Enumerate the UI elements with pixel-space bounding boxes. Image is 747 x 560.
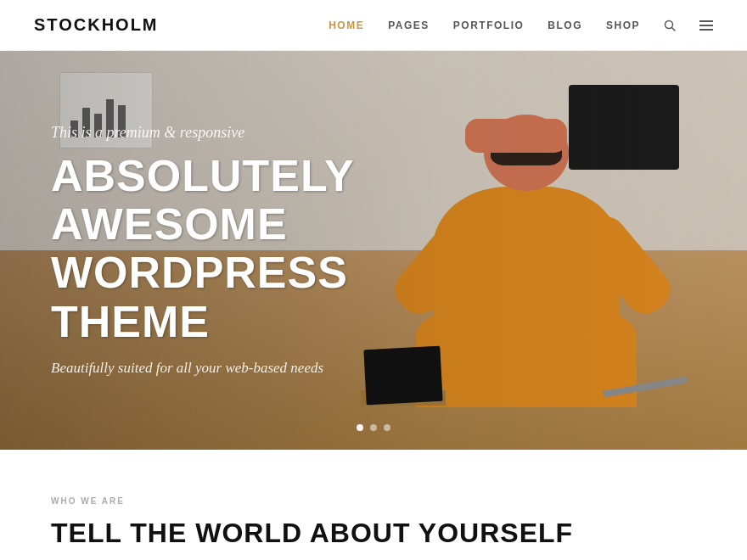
nav-item-blog[interactable]: BLOG xyxy=(548,20,582,31)
hero-title-line2: WORDPRESS THEME xyxy=(51,249,348,346)
hero-title: ABSOLUTELY AWESOME WORDPRESS THEME xyxy=(51,152,492,346)
hero-content: This is a premium & responsive ABSOLUTEL… xyxy=(51,124,492,377)
dot-1[interactable] xyxy=(357,424,363,431)
dot-3[interactable] xyxy=(384,424,390,431)
search-icon[interactable] xyxy=(664,20,676,31)
hero-section: This is a premium & responsive ABSOLUTEL… xyxy=(0,51,747,450)
section-title: TELL THE WORLD ABOUT YOURSELF xyxy=(51,518,696,549)
svg-line-1 xyxy=(672,27,676,31)
header: STOCKHOLM HOME PAGES PORTFOLIO BLOG SHOP xyxy=(0,0,747,51)
slider-dots xyxy=(357,424,390,431)
menu-icon[interactable] xyxy=(699,20,713,31)
nav-item-pages[interactable]: PAGES xyxy=(388,20,430,31)
nav-item-shop[interactable]: SHOP xyxy=(606,20,640,31)
site-logo[interactable]: STOCKHOLM xyxy=(34,15,159,35)
nav-item-portfolio[interactable]: PORTFOLIO xyxy=(453,20,525,31)
dot-2[interactable] xyxy=(370,424,377,431)
hero-description: Beautifully suited for all your web-base… xyxy=(51,360,492,377)
content-section: WHO WE ARE TELL THE WORLD ABOUT YOURSELF… xyxy=(0,450,747,560)
hero-subtitle: This is a premium & responsive xyxy=(51,124,492,142)
nav-item-home[interactable]: HOME xyxy=(329,20,364,31)
main-nav: HOME PAGES PORTFOLIO BLOG SHOP xyxy=(329,20,713,31)
section-label: WHO WE ARE xyxy=(51,496,696,506)
hero-title-line1: ABSOLUTELY AWESOME xyxy=(51,151,354,249)
